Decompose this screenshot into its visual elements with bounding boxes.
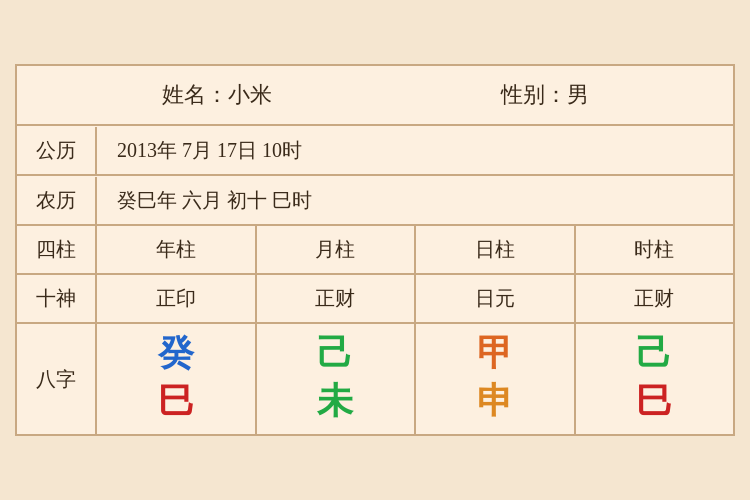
bazi-col-0: 癸 巳 — [97, 324, 257, 434]
bazi-3-top: 己 — [636, 334, 672, 374]
sizhu-col-3: 时柱 — [576, 226, 734, 273]
gender-label: 性别：男 — [501, 80, 589, 110]
sizhu-label: 四柱 — [17, 226, 97, 273]
sizhu-col-1: 月柱 — [257, 226, 417, 273]
bazi-label: 八字 — [17, 324, 97, 434]
bazi-0-bottom: 巳 — [158, 382, 194, 422]
sizhu-row: 四柱 年柱 月柱 日柱 时柱 — [17, 226, 733, 275]
bazi-col-1: 己 未 — [257, 324, 417, 434]
name-label: 姓名：小米 — [162, 80, 272, 110]
nongli-value: 癸巳年 六月 初十 巳时 — [97, 177, 733, 224]
sizhu-col-0: 年柱 — [97, 226, 257, 273]
bazi-cols: 癸 巳 己 未 甲 申 己 巳 — [97, 324, 733, 434]
shishen-col-0: 正印 — [97, 275, 257, 322]
bazi-row: 八字 癸 巳 己 未 甲 申 己 巳 — [17, 324, 733, 434]
gongli-label: 公历 — [17, 127, 97, 174]
shishen-label: 十神 — [17, 275, 97, 322]
nongli-row: 农历 癸巳年 六月 初十 巳时 — [17, 176, 733, 226]
bazi-col-3: 己 巳 — [576, 324, 734, 434]
bazi-2-bottom: 申 — [477, 382, 513, 422]
bazi-2-top: 甲 — [477, 334, 513, 374]
shishen-col-3: 正财 — [576, 275, 734, 322]
bazi-col-2: 甲 申 — [416, 324, 576, 434]
nongli-label: 农历 — [17, 177, 97, 224]
shishen-col-2: 日元 — [416, 275, 576, 322]
sizhu-col-2: 日柱 — [416, 226, 576, 273]
shishen-cols: 正印 正财 日元 正财 — [97, 275, 733, 322]
bazi-0-top: 癸 — [158, 334, 194, 374]
bazi-1-top: 己 — [317, 334, 353, 374]
bazi-1-bottom: 未 — [317, 382, 353, 422]
main-container: 姓名：小米 性别：男 公历 2013年 7月 17日 10时 农历 癸巳年 六月… — [15, 64, 735, 436]
shishen-col-1: 正财 — [257, 275, 417, 322]
sizhu-cols: 年柱 月柱 日柱 时柱 — [97, 226, 733, 273]
gongli-row: 公历 2013年 7月 17日 10时 — [17, 126, 733, 176]
header-row: 姓名：小米 性别：男 — [17, 66, 733, 126]
shishen-row: 十神 正印 正财 日元 正财 — [17, 275, 733, 324]
gongli-value: 2013年 7月 17日 10时 — [97, 127, 733, 174]
bazi-3-bottom: 巳 — [636, 382, 672, 422]
